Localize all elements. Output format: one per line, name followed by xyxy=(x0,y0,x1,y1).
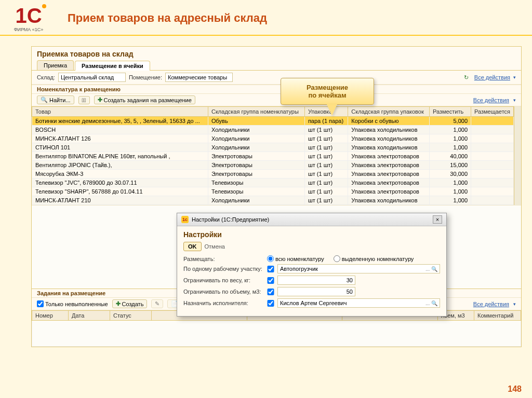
create-tasks-button[interactable]: ✚Создать задания на размещение xyxy=(94,95,195,104)
callout-line1: Размещение xyxy=(285,84,369,91)
col-item[interactable]: Товар xyxy=(32,107,208,117)
find-button[interactable]: 🔍Найти... xyxy=(37,95,74,104)
logo-text: 1С xyxy=(15,5,42,26)
volume-field[interactable]: 50 xyxy=(277,287,355,296)
filter-bar: Склад: Центральный склад Помещение: Комм… xyxy=(32,71,521,85)
table-row[interactable]: МИНСК-АТЛАНТ 210Холодильникишт (1 шт)Упа… xyxy=(32,196,514,205)
settings-dialog: 1c Настройки (1С:Предприятие) × Настройк… xyxy=(177,213,447,317)
table-row[interactable]: BOSCHХолодильникишт (1 шт)Упаковка холод… xyxy=(32,126,514,134)
col-packgroup[interactable]: Складская группа упаковок xyxy=(348,107,430,117)
place-label: Размещать: xyxy=(183,256,264,262)
tabs: Приемка Размещение в ячейки xyxy=(32,60,521,71)
col-group[interactable]: Складская группа номенклатуры xyxy=(208,107,304,117)
workstation-field[interactable]: Автопогрузчик... 🔍 xyxy=(277,264,440,273)
weight-label: Ограничивать по весу, кг: xyxy=(183,277,264,283)
nomenclature-table: Товар Складская группа номенклатуры Упак… xyxy=(32,106,514,205)
page-number: 148 xyxy=(508,385,522,394)
logo-1c: 1С ФИРМА «1С» xyxy=(5,5,52,32)
refresh-icon[interactable]: ↻ xyxy=(463,74,470,81)
volume-checkbox[interactable] xyxy=(267,289,274,295)
only-unfinished-checkbox[interactable]: Только невыполненные xyxy=(37,300,108,307)
weight-field[interactable]: 30 xyxy=(277,276,355,285)
radio-selected-nomenclature[interactable]: выделенную номенклатуру xyxy=(334,255,414,262)
picker-icon[interactable]: ... 🔍 xyxy=(425,300,437,306)
weight-checkbox[interactable] xyxy=(267,277,274,284)
workstation-checkbox[interactable] xyxy=(267,266,274,272)
ok-button[interactable]: OK xyxy=(183,242,202,251)
table-row[interactable]: СТИНОЛ 101Холодильникишт (1 шт)Упаковка … xyxy=(32,143,514,152)
table-row[interactable]: Телевизор "JVC", 6789000 до 30.07.11Теле… xyxy=(32,179,514,187)
logo-subtitle: ФИРМА «1С» xyxy=(14,27,44,32)
table-row[interactable]: Мясорубка ЭКМ-3Электротоварышт (1 шт)Упа… xyxy=(32,170,514,179)
window-title: Приемка товаров на склад xyxy=(32,47,521,60)
tab-placement[interactable]: Размещение в ячейки xyxy=(75,61,150,71)
table-row[interactable]: Вентилятор JIPONIC (Тайв.),Электротовары… xyxy=(32,161,514,170)
tab-receiving[interactable]: Приемка xyxy=(37,60,74,70)
executor-field[interactable]: Кислов Артем Сергеевич... 🔍 xyxy=(277,298,440,308)
clear-filter-button[interactable]: 🔍⃠ xyxy=(78,96,90,104)
col-placing[interactable]: Размещается xyxy=(471,107,514,117)
all-actions-link[interactable]: Все действия xyxy=(474,74,510,80)
cancel-button[interactable]: Отмена xyxy=(205,243,225,250)
plus-icon: ✚ xyxy=(98,97,102,103)
executor-checkbox[interactable] xyxy=(267,300,274,307)
col-number[interactable]: Номер xyxy=(32,311,69,321)
page-title: Прием товаров на адресный склад xyxy=(68,11,267,25)
dialog-title: Настройки (1С:Предприятие) xyxy=(192,216,269,223)
warehouse-field[interactable]: Центральный склад xyxy=(58,73,126,82)
warehouse-label: Склад: xyxy=(37,74,55,80)
edit-button[interactable]: ✎ xyxy=(151,299,163,308)
plus-icon: ✚ xyxy=(116,300,121,307)
callout-line2: по ячейкам xyxy=(285,91,369,99)
all-actions-link-2[interactable]: Все действия xyxy=(473,97,509,103)
table-row[interactable]: МИНСК-АТЛАНТ 126Холодильникишт (1 шт)Упа… xyxy=(32,134,514,143)
volume-label: Ограничивать по объему, м3: xyxy=(183,289,264,295)
table-row[interactable]: Телевизор "SHARP", 567888 до 01.04.11Тел… xyxy=(32,187,514,196)
picker-icon[interactable]: ... 🔍 xyxy=(425,266,437,272)
executor-label: Назначить исполнителя: xyxy=(183,300,264,306)
table-row[interactable]: Вентилятор BINATONE ALPINE 160вт, наполь… xyxy=(32,152,514,161)
workstation-label: По одному рабочему участку: xyxy=(183,266,264,272)
table-row[interactable]: Ботинки женские демисезонные, 35, 5, , З… xyxy=(32,117,514,126)
dialog-heading: Настройки xyxy=(183,230,440,239)
create-button[interactable]: ✚Создать xyxy=(112,299,148,308)
col-place[interactable]: Разместить xyxy=(430,107,471,117)
dialog-titlebar[interactable]: 1c Настройки (1С:Предприятие) × xyxy=(177,213,446,226)
radio-all-nomenclature[interactable]: всю номенклатуру xyxy=(267,255,324,262)
page-header: 1С ФИРМА «1С» Прием товаров на адресный … xyxy=(0,0,532,36)
col-comment[interactable]: Комментарий xyxy=(474,311,521,321)
search-icon: 🔍 xyxy=(41,97,48,103)
nomenclature-toolbar: 🔍Найти... 🔍⃠ ✚Создать задания на размеще… xyxy=(32,94,521,106)
close-icon[interactable]: × xyxy=(433,215,442,224)
scrollbar[interactable] xyxy=(514,106,521,205)
col-status[interactable]: Статус xyxy=(110,311,152,321)
room-field[interactable]: Коммерческие товары xyxy=(165,73,233,82)
app-icon: 1c xyxy=(181,216,189,223)
room-label: Помещение: xyxy=(129,74,162,80)
section-nomenclature-title: Номенклатура к размещению xyxy=(32,85,521,94)
all-actions-link-3[interactable]: Все действия xyxy=(473,301,509,307)
callout-tooltip: Размещение по ячейкам xyxy=(281,78,374,105)
col-date[interactable]: Дата xyxy=(69,311,110,321)
